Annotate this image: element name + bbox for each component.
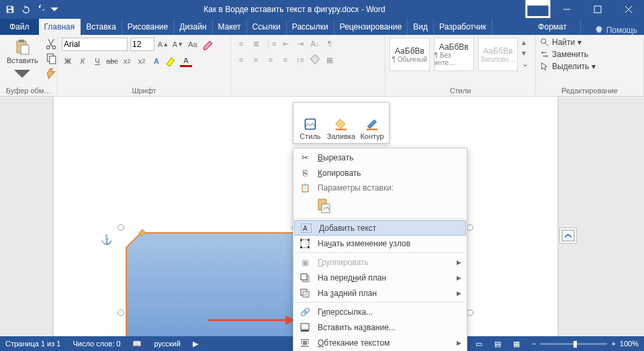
qat-dropdown-icon[interactable] — [50, 5, 59, 14]
line-spacing-button[interactable]: ↕≡ — [294, 54, 306, 66]
underline-button[interactable]: Ч — [91, 55, 103, 67]
superscript-button[interactable]: x2 — [136, 55, 148, 67]
menu-edit-points[interactable]: Начать изменение узлов — [293, 236, 467, 251]
borders-button[interactable]: ▦ — [324, 54, 336, 66]
show-marks-button[interactable]: ¶ — [324, 38, 336, 50]
undo-icon[interactable] — [20, 5, 30, 14]
titlebar: Как в Ворде вставить текст в фигуру.docx… — [0, 0, 644, 19]
styles-group-label: Стили — [389, 85, 531, 95]
change-case-button[interactable]: Aa — [187, 38, 199, 50]
tab-view[interactable]: Вид — [408, 19, 434, 35]
tab-draw[interactable]: Рисование — [122, 19, 174, 35]
tab-file[interactable]: Файл — [0, 19, 39, 35]
inc-indent-button[interactable]: ⇥ — [294, 38, 306, 50]
zoom-control[interactable]: − + 100% — [532, 340, 639, 348]
tab-design[interactable]: Дизайн — [174, 19, 212, 35]
save-icon[interactable] — [5, 5, 15, 14]
zoom-out-icon[interactable]: − — [532, 340, 536, 348]
view-print-icon[interactable]: ▤ — [494, 340, 501, 348]
select-button[interactable]: Выделить ▾ — [540, 62, 639, 71]
subscript-button[interactable]: x2 — [121, 55, 133, 67]
redo-icon[interactable] — [35, 5, 44, 14]
sort-button[interactable]: A↓ — [309, 38, 321, 50]
page-count[interactable]: Страница 1 из 1 — [5, 340, 60, 348]
clipboard-group: Вставить Буфер обм… — [0, 35, 58, 96]
menu-copy[interactable]: ⎘Копировать — [293, 165, 467, 181]
align-center-button[interactable]: ≡ — [250, 54, 262, 66]
tell-me[interactable]: Помощь — [588, 26, 644, 35]
maximize-button[interactable] — [582, 0, 613, 19]
svg-point-9 — [46, 46, 50, 49]
highlight-button[interactable] — [165, 55, 177, 67]
multilevel-button[interactable]: ⋮≡ — [265, 38, 277, 50]
tab-review[interactable]: Рецензирование — [334, 19, 408, 35]
tab-references[interactable]: Ссылки — [247, 19, 287, 35]
zoom-in-icon[interactable]: + — [611, 340, 615, 348]
font-color-button[interactable]: A — [180, 55, 192, 67]
menu-bring-front[interactable]: На передний план▶ — [293, 270, 467, 285]
tab-home[interactable]: Главная — [39, 19, 81, 35]
font-name-combo[interactable] — [62, 38, 128, 51]
tab-mailings[interactable]: Рассылки — [287, 19, 334, 35]
group-icon: ▣ — [299, 258, 311, 267]
svg-rect-0 — [8, 7, 11, 9]
menu-wrap-text[interactable]: Обтекание текстом▶ — [293, 335, 467, 350]
font-group: A▲ A▼ Aa Ж К Ч abc x2 x2 A A Шрифт — [58, 35, 231, 96]
style-normal[interactable]: АаБбВв¶ Обычный — [389, 38, 430, 71]
styles-more-button[interactable]: ▴▾⌄ — [522, 38, 531, 68]
numbering-button[interactable]: ≣ — [250, 38, 262, 50]
svg-point-2 — [39, 6, 41, 8]
replace-button[interactable]: Заменить — [540, 50, 639, 59]
view-web-icon[interactable]: ▦ — [513, 340, 520, 348]
text-effects-button[interactable]: A — [150, 55, 163, 67]
menu-send-back[interactable]: На задний план▶ — [293, 285, 467, 301]
menu-insert-caption[interactable]: Вставить название... — [293, 319, 467, 335]
shape-fill-button[interactable]: Заливка — [327, 105, 355, 140]
menu-add-text[interactable]: AДобавить текст — [294, 220, 466, 236]
text-icon: A — [300, 223, 312, 233]
svg-rect-27 — [308, 239, 310, 241]
style-no-spacing[interactable]: АаБбВв¶ Без инте… — [434, 38, 474, 71]
clear-format-button[interactable] — [201, 38, 214, 50]
font-size-combo[interactable] — [130, 38, 154, 51]
context-menu: ✂Вырезать ⎘Копировать 📋Параметры вставки… — [293, 148, 467, 351]
view-read-icon[interactable]: ▭ — [475, 340, 482, 348]
align-right-button[interactable]: ≡ — [265, 54, 277, 66]
strike-button[interactable]: abc — [106, 55, 118, 67]
shape-style-button[interactable]: Стиль — [296, 105, 324, 140]
tab-format[interactable]: Формат — [524, 19, 581, 35]
zoom-value[interactable]: 100% — [620, 340, 639, 348]
macro-icon[interactable]: ▶ — [193, 340, 198, 348]
find-button[interactable]: Найти ▾ — [540, 38, 639, 47]
bullets-button[interactable]: ≡ — [235, 38, 247, 50]
spellcheck-icon[interactable]: 📖 — [132, 340, 142, 348]
italic-button[interactable]: К — [77, 55, 89, 67]
search-icon — [540, 38, 549, 47]
caption-icon — [299, 323, 311, 332]
dec-indent-button[interactable]: ⇤ — [279, 38, 291, 50]
align-left-button[interactable]: ≡ — [235, 54, 247, 66]
menu-hyperlink[interactable]: 🔗Гиперссылка... — [293, 304, 467, 319]
grow-font-button[interactable]: A▲ — [157, 38, 169, 50]
tab-insert[interactable]: Вставка — [81, 19, 122, 35]
tab-developer[interactable]: Разработчик — [434, 19, 492, 35]
bold-button[interactable]: Ж — [62, 55, 74, 67]
paste-button[interactable]: Вставить — [4, 38, 41, 83]
copy-icon[interactable] — [45, 52, 57, 64]
menu-cut[interactable]: ✂Вырезать — [293, 150, 467, 165]
language[interactable]: русский — [154, 340, 180, 348]
word-count[interactable]: Число слов: 0 — [73, 340, 120, 348]
minimize-button[interactable] — [551, 0, 582, 19]
format-painter-icon[interactable] — [45, 67, 57, 79]
shading-button[interactable] — [309, 54, 321, 66]
paste-option-picture[interactable] — [315, 197, 332, 215]
svg-rect-18 — [305, 119, 315, 130]
cut-icon[interactable] — [45, 38, 57, 50]
style-heading[interactable]: АаБбВвЗаголово… — [478, 38, 518, 71]
tab-layout[interactable]: Макет — [213, 19, 247, 35]
shrink-font-button[interactable]: A▼ — [172, 38, 184, 50]
close-button[interactable] — [613, 0, 644, 19]
justify-button[interactable]: ≡ — [279, 54, 291, 66]
shape-outline-button[interactable]: Контур — [358, 105, 386, 140]
layout-options-button[interactable] — [559, 228, 577, 244]
